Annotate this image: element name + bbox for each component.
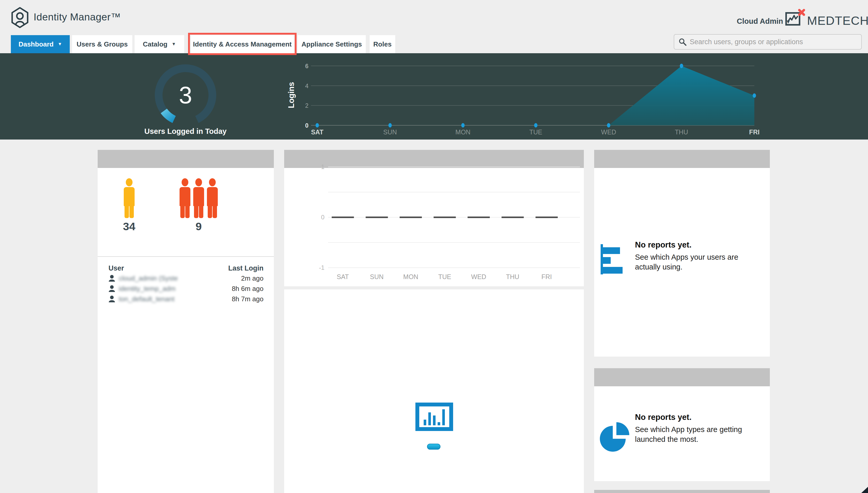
card-title-bar [594,368,770,386]
tab-catalog[interactable]: Catalog ▼ [135,35,184,53]
bar-chart-horizontal-icon [601,244,627,274]
svg-text:SAT: SAT [311,128,323,136]
svg-text:0: 0 [305,122,308,129]
table-header-last-login: Last Login [229,264,264,272]
last-login-value: 8h 7m ago [232,295,263,303]
svg-text:THU: THU [506,273,519,280]
user-icon [108,285,116,293]
svg-text:FRI: FRI [749,128,760,136]
launches-empty-card [284,290,584,493]
global-search[interactable] [674,34,862,50]
svg-text:2: 2 [305,102,308,109]
tab-roles[interactable]: Roles [370,35,395,53]
tab-users-groups[interactable]: Users & Groups [72,35,132,53]
svg-text:0: 0 [321,214,324,221]
svg-text:SUN: SUN [383,128,397,136]
svg-text:WED: WED [601,128,616,136]
user-menu[interactable]: Cloud Admin▼ [737,17,791,26]
svg-text:MON: MON [403,273,418,280]
svg-text:SUN: SUN [370,273,384,280]
groups-count: 9 [183,220,214,233]
user-icon [108,295,116,303]
user-icon [108,274,116,282]
svg-text:WED: WED [471,273,486,280]
identity-manager-app: Identity Manager™ Cloud Admin▼ MEDTECH D… [0,0,868,493]
logins-area-chart: 0246SATSUNMONTUEWEDTHUFRI [300,57,765,140]
next-card-title-bar [594,490,770,493]
dashboard-banner: 3 Users Logged in Today Logins 0246SATSU… [0,53,868,140]
page-title: Identity Manager™ [34,12,121,23]
card-title-bar [594,150,770,168]
events-flat-chart: 10-1SATSUNMONTUEWEDTHUFRI [295,160,584,284]
svg-text:-1: -1 [319,264,324,271]
no-reports-heading: No reports yet. [635,240,765,250]
no-reports-body: See which Apps your users are actually u… [635,252,765,272]
last-login-value: 2m ago [241,274,263,282]
svg-text:THU: THU [675,128,688,136]
last-login-value: 8h 6m ago [232,285,263,293]
no-reports-body: See which App types are getting launched… [635,425,765,444]
group-person-icon [179,178,190,218]
brand-name: MEDTECH [807,14,868,28]
table-row[interactable]: ton_default_tenant 8h 7m ago [97,294,274,304]
svg-text:1: 1 [321,163,324,170]
users-summary-card: 34 9 User Last Login cloud_admin (Syste … [97,150,274,493]
svg-text:6: 6 [305,63,308,69]
tab-label: Users & Groups [77,40,128,48]
mouse-cursor [861,487,868,493]
svg-text:FRI: FRI [541,273,552,280]
svg-text:TUE: TUE [438,273,451,280]
medtech-logo-icon [785,9,805,26]
search-icon [678,38,687,46]
tab-label: Identity & Access Management [193,40,292,48]
chevron-down-icon: ▼ [172,42,176,47]
tab-label: Dashboard [19,40,54,48]
user-name-redacted: ton_default_tenant [119,295,174,303]
table-row[interactable]: cloud_admin (Syste 2m ago [97,273,274,284]
tab-label: Appliance Settings [302,40,362,48]
tab-label: Roles [373,40,392,48]
svg-text:4: 4 [305,83,308,89]
tab-identity-access-management[interactable]: Identity & Access Management [191,35,294,53]
loading-pill [427,444,440,450]
identity-manager-logo-icon [11,7,29,28]
users-count: 34 [114,220,145,233]
card-title-bar [97,150,274,168]
tab-label: Catalog [143,40,167,48]
chevron-down-icon: ▼ [58,42,62,47]
pie-chart-icon [599,411,630,453]
group-person-icon [193,178,204,218]
svg-text:SAT: SAT [337,273,349,280]
no-reports-heading: No reports yet. [635,413,765,422]
user-name-redacted: cloud_admin (Syste [119,274,178,282]
app-header: Identity Manager™ Cloud Admin▼ MEDTECH [0,0,868,35]
search-input[interactable] [690,38,857,46]
tab-appliance-settings[interactable]: Appliance Settings [298,35,366,53]
divider [97,256,274,257]
primary-nav: Dashboard ▼ Users & Groups Catalog ▼ Ide… [0,35,868,53]
svg-text:TUE: TUE [529,128,542,136]
users-logged-in-count: 3 [167,82,203,109]
svg-text:MON: MON [455,128,471,136]
events-chart-card: 10-1SATSUNMONTUEWEDTHUFRI [284,150,584,286]
users-logged-in-label: Users Logged in Today [139,127,232,136]
group-person-icon [207,178,218,218]
table-header-user: User [108,264,124,272]
table-row[interactable]: identity_temp_adm 8h 6m ago [97,284,274,294]
logins-axis-label: Logins [287,82,296,108]
apps-report-card: No reports yet. See which Apps your user… [594,150,770,357]
app-types-report-card: No reports yet. See which App types are … [594,368,770,481]
user-person-icon [124,178,135,218]
tab-dashboard[interactable]: Dashboard ▼ [11,35,70,53]
bar-chart-icon [415,403,453,431]
user-name-redacted: identity_temp_adm [119,285,176,293]
